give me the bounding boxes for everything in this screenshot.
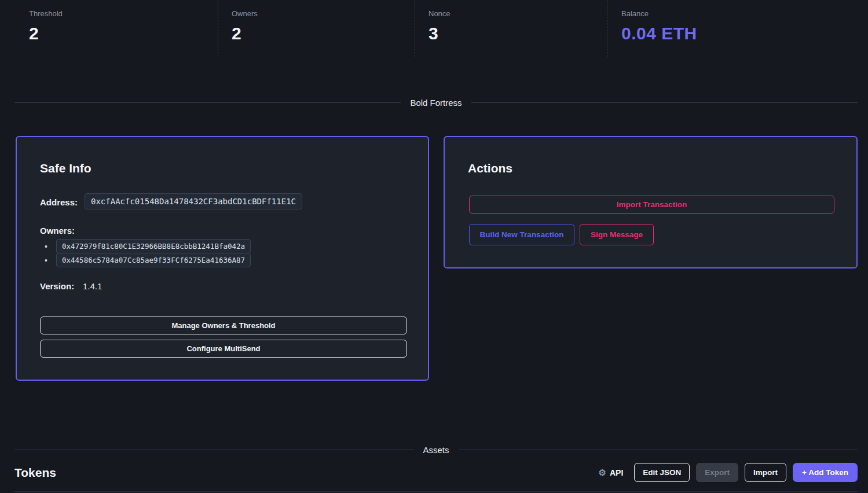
stat-threshold: Threshold 2	[29, 9, 63, 43]
stat-balance-value: 0.04 ETH	[621, 24, 697, 43]
edit-json-button[interactable]: Edit JSON	[634, 463, 690, 482]
stat-owners-value: 2	[232, 24, 258, 43]
assets-label: Assets	[423, 445, 449, 455]
stat-nonce-value: 3	[428, 24, 451, 43]
owner-list-item: • 0x472979f81c80C1E32966BB8E8cbbB1241Bfa…	[45, 239, 251, 253]
divider-line	[14, 102, 401, 103]
configure-multisend-button[interactable]: Configure MultiSend	[40, 340, 407, 358]
stat-threshold-value: 2	[29, 24, 63, 43]
gear-icon: ⚙	[599, 468, 606, 478]
stat-divider	[218, 0, 218, 57]
import-button[interactable]: Import	[745, 463, 786, 482]
stat-balance: Balance 0.04 ETH	[621, 9, 697, 43]
stat-threshold-label: Threshold	[29, 9, 63, 18]
page: Threshold 2 Owners 2 Nonce 3 Balance 0.0…	[0, 0, 868, 493]
safe-name-divider: Bold Fortress	[14, 98, 858, 108]
version-label: Version:	[40, 281, 74, 291]
api-button[interactable]: ⚙ API	[599, 468, 624, 478]
tokens-actions: ⚙ API Edit JSON Export Import + Add Toke…	[599, 463, 858, 482]
actions-title: Actions	[468, 161, 512, 175]
stat-nonce: Nonce 3	[428, 9, 451, 43]
bullet-icon: •	[45, 256, 49, 265]
safe-name-label: Bold Fortress	[410, 98, 462, 108]
address-label: Address:	[40, 197, 78, 207]
owner-list-item: • 0x44586c5784a07Cc85ae9f33FCf6275Ea4163…	[45, 253, 251, 267]
version-value: 1.4.1	[83, 281, 102, 291]
stat-divider	[415, 0, 415, 57]
api-button-label: API	[610, 468, 623, 477]
table-top-border	[14, 491, 858, 492]
stat-owners: Owners 2	[232, 9, 258, 43]
stat-divider	[607, 0, 607, 57]
bullet-icon: •	[45, 242, 49, 251]
stat-balance-label: Balance	[621, 9, 697, 18]
add-token-button[interactable]: + Add Token	[793, 463, 858, 482]
manage-owners-button[interactable]: Manage Owners & Threshold	[40, 317, 407, 334]
owner-address-value: 0x44586c5784a07Cc85ae9f33FCf6275Ea41636A…	[56, 253, 251, 267]
divider-line	[459, 450, 858, 450]
tokens-header-row: Tokens ⚙ API Edit JSON Export Import + A…	[14, 463, 858, 482]
safe-address-value: 0xcfAAcfc01548Da1478432CF3abdCD1cBDFf11E…	[85, 193, 302, 209]
actions-card: Actions Import Transaction Build New Tra…	[444, 136, 858, 268]
stat-owners-label: Owners	[232, 9, 258, 18]
assets-divider: Assets	[14, 445, 858, 455]
divider-line	[14, 450, 414, 450]
divider-line	[471, 102, 858, 103]
tokens-title: Tokens	[14, 466, 56, 480]
safe-info-card: Safe Info Address: 0xcfAAcfc01548Da14784…	[16, 136, 429, 381]
sign-message-button[interactable]: Sign Message	[580, 224, 654, 245]
build-new-transaction-button[interactable]: Build New Transaction	[469, 224, 574, 245]
owner-address-value: 0x472979f81c80C1E32966BB8E8cbbB1241Bfa04…	[56, 239, 251, 253]
owners-label: Owners:	[40, 226, 75, 236]
safe-info-title: Safe Info	[40, 161, 91, 175]
import-transaction-button[interactable]: Import Transaction	[469, 196, 834, 214]
export-button[interactable]: Export	[696, 463, 738, 482]
stat-nonce-label: Nonce	[428, 9, 451, 18]
